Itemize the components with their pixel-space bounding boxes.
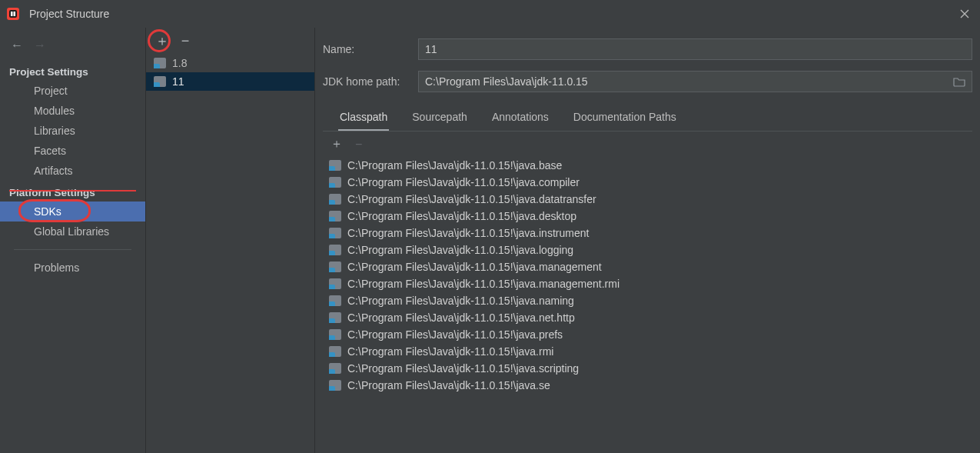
tab-classpath[interactable]: Classpath — [338, 106, 389, 131]
classpath-row[interactable]: C:\Program Files\Java\jdk-11.0.15!\java.… — [323, 191, 972, 208]
close-icon[interactable] — [955, 5, 974, 23]
nav-separator — [14, 249, 131, 250]
folder-icon — [329, 295, 341, 306]
nav-item-project[interactable]: Project — [0, 81, 145, 101]
svg-rect-2 — [11, 12, 13, 16]
classpath-toolbar: ＋ − — [323, 132, 972, 157]
nav-item-libraries[interactable]: Libraries — [0, 121, 145, 141]
classpath-row[interactable]: C:\Program Files\Java\jdk-11.0.15!\java.… — [323, 275, 972, 292]
folder-icon — [329, 160, 341, 171]
folder-icon — [329, 211, 341, 222]
titlebar: Project Structure — [0, 0, 980, 28]
home-path-input[interactable] — [418, 71, 946, 92]
classpath-row[interactable]: C:\Program Files\Java\jdk-11.0.15!\java.… — [323, 360, 972, 377]
section-project-settings: Project Settings — [0, 60, 145, 81]
remove-classpath-button[interactable]: − — [355, 138, 362, 152]
name-input[interactable] — [418, 38, 972, 60]
classpath-path: C:\Program Files\Java\jdk-11.0.15!\java.… — [347, 379, 550, 391]
forward-icon[interactable]: → — [34, 38, 46, 52]
classpath-row[interactable]: C:\Program Files\Java\jdk-11.0.15!\java.… — [323, 157, 972, 174]
folder-icon — [329, 194, 341, 205]
classpath-row[interactable]: C:\Program Files\Java\jdk-11.0.15!\java.… — [323, 258, 972, 275]
folder-icon — [329, 228, 341, 238]
classpath-path: C:\Program Files\Java\jdk-11.0.15!\java.… — [347, 345, 553, 358]
classpath-row[interactable]: C:\Program Files\Java\jdk-11.0.15!\java.… — [323, 174, 972, 191]
folder-icon — [329, 261, 341, 272]
nav-item-problems[interactable]: Problems — [0, 258, 145, 278]
folder-icon — [154, 58, 166, 68]
sdk-list[interactable]: 1.811 — [146, 54, 314, 453]
home-label: JDK home path: — [323, 75, 409, 88]
sdk-row[interactable]: 11 — [146, 72, 314, 91]
folder-icon — [329, 245, 341, 255]
remove-sdk-button[interactable]: − — [178, 33, 192, 49]
folder-icon — [329, 380, 341, 391]
section-platform-settings: Platform Settings — [0, 181, 145, 202]
browse-home-button[interactable] — [946, 71, 972, 92]
classpath-row[interactable]: C:\Program Files\Java\jdk-11.0.15!\java.… — [323, 377, 972, 394]
sdk-details-panel: Name: JDK home path: ClasspathSourcepath… — [315, 28, 980, 453]
section-platform-settings-label: Platform Settings — [9, 187, 95, 198]
nav-item-sdks[interactable]: SDKs — [0, 202, 145, 222]
left-nav: ← → Project Settings ProjectModulesLibra… — [0, 28, 146, 453]
classpath-row[interactable]: C:\Program Files\Java\jdk-11.0.15!\java.… — [323, 241, 972, 258]
classpath-path: C:\Program Files\Java\jdk-11.0.15!\java.… — [347, 244, 573, 256]
classpath-path: C:\Program Files\Java\jdk-11.0.15!\java.… — [347, 295, 574, 307]
classpath-path: C:\Program Files\Java\jdk-11.0.15!\java.… — [347, 176, 580, 188]
sdk-list-panel: ＋ − 1.811 — [146, 28, 315, 453]
classpath-path: C:\Program Files\Java\jdk-11.0.15!\java.… — [347, 227, 589, 239]
folder-open-icon — [953, 76, 965, 87]
classpath-path: C:\Program Files\Java\jdk-11.0.15!\java.… — [347, 311, 575, 324]
svg-rect-1 — [9, 10, 17, 18]
svg-rect-3 — [14, 12, 16, 16]
tab-sourcepath[interactable]: Sourcepath — [410, 106, 469, 131]
folder-icon — [329, 312, 341, 323]
add-classpath-button[interactable]: ＋ — [331, 136, 343, 152]
classpath-row[interactable]: C:\Program Files\Java\jdk-11.0.15!\java.… — [323, 225, 972, 241]
classpath-path: C:\Program Files\Java\jdk-11.0.15!\java.… — [347, 278, 620, 290]
window-title: Project Structure — [29, 8, 109, 20]
nav-item-artifacts[interactable]: Artifacts — [0, 161, 145, 181]
back-icon[interactable]: ← — [11, 38, 23, 52]
classpath-row[interactable]: C:\Program Files\Java\jdk-11.0.15!\java.… — [323, 292, 972, 309]
classpath-path: C:\Program Files\Java\jdk-11.0.15!\java.… — [347, 328, 563, 341]
folder-icon — [329, 177, 341, 188]
tab-documentation-paths[interactable]: Documentation Paths — [572, 106, 678, 131]
folder-icon — [329, 363, 341, 374]
classpath-path: C:\Program Files\Java\jdk-11.0.15!\java.… — [347, 193, 596, 205]
nav-item-modules[interactable]: Modules — [0, 101, 145, 121]
folder-icon — [329, 346, 341, 357]
sdk-name: 11 — [172, 75, 184, 88]
classpath-path: C:\Program Files\Java\jdk-11.0.15!\java.… — [347, 159, 562, 172]
nav-history: ← → — [0, 28, 145, 60]
app-icon — [6, 7, 20, 21]
sdk-row[interactable]: 1.8 — [146, 54, 314, 72]
classpath-row[interactable]: C:\Program Files\Java\jdk-11.0.15!\java.… — [323, 326, 972, 343]
folder-icon — [329, 329, 341, 340]
home-row: JDK home path: — [323, 71, 972, 92]
folder-icon — [329, 278, 341, 289]
classpath-path: C:\Program Files\Java\jdk-11.0.15!\java.… — [347, 362, 579, 375]
sdk-tabs: ClasspathSourcepathAnnotationsDocumentat… — [323, 106, 972, 132]
tab-annotations[interactable]: Annotations — [490, 106, 550, 131]
nav-item-facets[interactable]: Facets — [0, 141, 145, 161]
nav-item-global-libraries[interactable]: Global Libraries — [0, 222, 145, 241]
name-label: Name: — [323, 43, 409, 55]
name-row: Name: — [323, 38, 972, 60]
classpath-list[interactable]: C:\Program Files\Java\jdk-11.0.15!\java.… — [323, 157, 972, 453]
classpath-row[interactable]: C:\Program Files\Java\jdk-11.0.15!\java.… — [323, 309, 972, 326]
classpath-path: C:\Program Files\Java\jdk-11.0.15!\java.… — [347, 261, 602, 273]
classpath-row[interactable]: C:\Program Files\Java\jdk-11.0.15!\java.… — [323, 208, 972, 225]
add-sdk-button[interactable]: ＋ — [155, 32, 169, 50]
folder-icon — [154, 76, 166, 87]
classpath-path: C:\Program Files\Java\jdk-11.0.15!\java.… — [347, 210, 576, 222]
sdk-list-toolbar: ＋ − — [146, 28, 314, 54]
sdk-name: 1.8 — [172, 57, 187, 69]
classpath-row[interactable]: C:\Program Files\Java\jdk-11.0.15!\java.… — [323, 343, 972, 360]
